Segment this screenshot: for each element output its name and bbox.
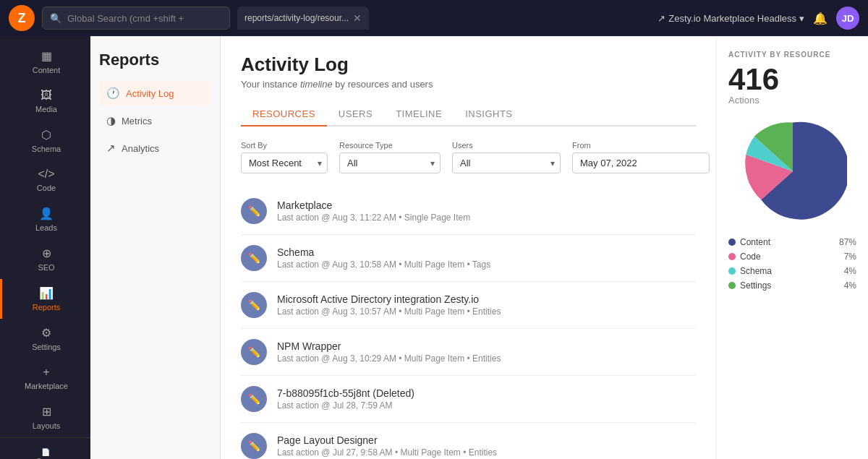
page-title: Activity Log (241, 53, 696, 76)
list-item[interactable]: ✏️ Microsoft Active Directory integratio… (241, 282, 696, 329)
sidebar-item-code[interactable]: </> Code (0, 160, 90, 200)
activity-item-meta: Last action @ Aug 3, 10:57 AM • Multi Pa… (277, 306, 501, 317)
seo-icon: ⊕ (42, 246, 51, 260)
nav-label-seo: SEO (38, 263, 54, 272)
activity-list: ✏️ Marketplace Last action @ Aug 3, 11:2… (241, 188, 696, 459)
legend-pct-schema: 4% (844, 266, 856, 276)
tab-resources[interactable]: RESOURCES (241, 103, 327, 126)
sidebar-item-marketplace[interactable]: + Marketplace (0, 359, 90, 398)
sidebar-activity-log[interactable]: 🕐 Activity Log (99, 81, 211, 106)
list-item[interactable]: ✏️ Schema Last action @ Aug 3, 10:58 AM … (241, 235, 696, 282)
from-filter: From (572, 141, 710, 173)
activity-item-info: Marketplace Last action @ Aug 3, 11:22 A… (277, 200, 470, 223)
actions-count: 416 (728, 64, 856, 95)
tab-insights[interactable]: INSIGHTS (454, 103, 524, 126)
topbar-right: ↗ Zesty.io Marketplace Headless ▾ 🔔 JD (658, 7, 859, 30)
activity-item-info: Page Layout Designer Last action @ Jul 2… (277, 434, 497, 458)
users-label: Users (452, 141, 561, 150)
notification-bell-icon[interactable]: 🔔 (813, 12, 827, 25)
sidebar-item-settings[interactable]: ⚙ Settings (0, 319, 90, 359)
legend-item-content: Content 87% (728, 237, 856, 247)
list-item[interactable]: ✏️ Page Layout Designer Last action @ Ju… (241, 423, 696, 459)
sort-by-select[interactable]: Most Recent Oldest First (241, 153, 328, 173)
reports-icon: 📊 (39, 286, 54, 300)
tab-users[interactable]: USERS (327, 103, 384, 126)
from-label: From (572, 141, 710, 150)
activity-item-meta: Last action @ Jul 27, 9:58 AM • Multi Pa… (277, 447, 497, 458)
legend-dot-code (728, 253, 736, 260)
activity-item-info: 7-b88095f1cb-55j8nt (Deleted) Last actio… (277, 387, 414, 411)
nav-label-content: Content (33, 66, 61, 74)
legend: Content 87% Code 7% Schema 4% (728, 237, 856, 291)
activity-item-name: Page Layout Designer (277, 434, 497, 446)
activity-log-icon: 🕐 (106, 87, 120, 100)
resource-type-select-wrapper: All Single Page Item Multi Page Item (339, 153, 441, 173)
users-select[interactable]: All (452, 153, 561, 173)
search-bar[interactable]: 🔍 Global Search (cmd +shift + (42, 7, 230, 30)
main-layout: ▦ Content 🖼 Media ⬡ Schema </> Code 👤 Le… (0, 36, 868, 459)
marketplace-link[interactable]: ↗ Zesty.io Marketplace Headless ▾ (658, 13, 804, 24)
settings-icon: ⚙ (41, 326, 51, 340)
panel-label: ACTIVITY BY RESOURCE (728, 51, 856, 59)
activity-item-meta: Last action @ Aug 3, 11:22 AM • Single P… (277, 213, 470, 223)
legend-item-settings: Settings 4% (728, 280, 856, 291)
avatar[interactable]: JD (836, 7, 859, 30)
list-item[interactable]: ✏️ 7-b88095f1cb-55j8nt (Deleted) Last ac… (241, 376, 696, 423)
marketplace-icon: + (43, 366, 49, 379)
docs-icon: 📄 (41, 448, 50, 456)
browser-tab[interactable]: reports/activity-log/resour... ✕ (237, 7, 369, 30)
tab-timeline[interactable]: TIMELINE (384, 103, 454, 126)
activity-item-meta: Last action @ Aug 3, 10:58 AM • Multi Pa… (277, 259, 490, 270)
sidebar-analytics[interactable]: ↗ Analytics (99, 136, 211, 160)
sidebar-metrics[interactable]: ◑ Metrics (99, 108, 211, 133)
resource-type-select[interactable]: All Single Page Item Multi Page Item (339, 153, 441, 173)
sidebar-item-content[interactable]: ▦ Content (0, 42, 90, 82)
sort-by-filter: Sort By Most Recent Oldest First (241, 141, 328, 173)
resource-type-label: Resource Type (339, 141, 441, 150)
code-icon: </> (38, 168, 54, 181)
sidebar-item-reports[interactable]: 📊 Reports (0, 279, 90, 319)
activity-item-meta: Last action @ Aug 3, 10:29 AM • Multi Pa… (277, 353, 501, 364)
sidebar-item-seo[interactable]: ⊕ SEO (0, 239, 90, 279)
tab-close-icon[interactable]: ✕ (353, 12, 362, 24)
activity-item-info: Schema Last action @ Aug 3, 10:58 AM • M… (277, 246, 490, 270)
right-panel: ACTIVITY BY RESOURCE 416 Actions (716, 36, 868, 459)
content-area: Activity Log Your instance timeline by r… (221, 36, 716, 459)
legend-item-schema: Schema 4% (728, 266, 856, 276)
nav-label-code: Code (37, 184, 56, 192)
activity-item-name: Marketplace (277, 200, 470, 211)
sidebar-item-media[interactable]: 🖼 Media (0, 82, 90, 121)
legend-dot-schema (728, 267, 736, 275)
external-link-icon: ↗ (658, 13, 665, 24)
sort-by-label: Sort By (241, 141, 328, 150)
sidebar-item-layouts[interactable]: ⊞ Layouts (0, 398, 90, 437)
nav-label-settings: Settings (32, 343, 61, 351)
activity-item-icon: ✏️ (241, 386, 267, 412)
actions-text: Actions (728, 95, 856, 106)
activity-item-name: NPM Wrapper (277, 340, 501, 352)
users-select-wrapper: All (452, 153, 561, 173)
list-item[interactable]: ✏️ Marketplace Last action @ Aug 3, 11:2… (241, 188, 696, 235)
main-content-row: Activity Log Your instance timeline by r… (221, 36, 868, 459)
layouts-icon: ⊞ (42, 405, 51, 419)
legend-pct-content: 87% (839, 237, 856, 247)
left-nav: ▦ Content 🖼 Media ⬡ Schema </> Code 👤 Le… (0, 36, 90, 459)
nav-label-layouts: Layouts (33, 421, 61, 430)
activity-item-name: Microsoft Active Directory integration Z… (277, 293, 501, 305)
activity-item-icon: ✏️ (241, 339, 267, 365)
page-subtitle: Your instance timeline by resources and … (241, 79, 696, 90)
logo[interactable]: Z (9, 5, 35, 31)
nav-label-media: Media (35, 105, 57, 113)
search-placeholder: Global Search (cmd +shift + (67, 13, 184, 24)
from-date-input[interactable] (572, 153, 710, 173)
resource-type-filter: Resource Type All Single Page Item Multi… (339, 141, 441, 173)
leads-icon: 👤 (39, 207, 54, 220)
list-item[interactable]: ✏️ NPM Wrapper Last action @ Aug 3, 10:2… (241, 329, 696, 376)
schema-icon: ⬡ (41, 128, 51, 142)
sidebar-item-schema[interactable]: ⬡ Schema (0, 121, 90, 160)
sidebar-item-leads[interactable]: 👤 Leads (0, 200, 90, 239)
legend-item-code: Code 7% (728, 252, 856, 262)
nav-label-leads: Leads (35, 223, 57, 232)
nav-docs[interactable]: 📄 Docs (0, 444, 90, 459)
nav-bottom: 📄 Docs 🔄 Zesty.io # aa1e9156 ⬡ MADE WITH… (0, 437, 90, 459)
